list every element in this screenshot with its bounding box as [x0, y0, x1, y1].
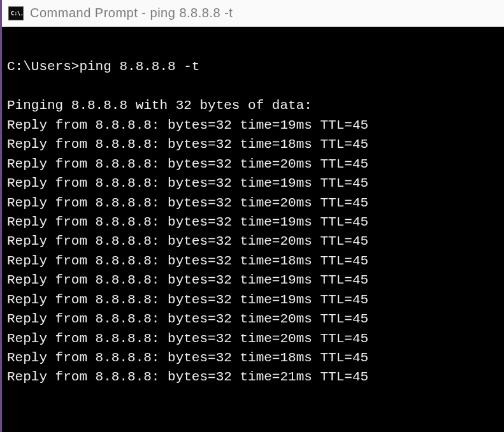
ping-reply-line: Reply from 8.8.8.8: bytes=32 time=20ms T…	[7, 194, 499, 213]
titlebar[interactable]: C:\. Command Prompt - ping 8.8.8.8 -t	[2, 0, 504, 27]
ping-reply-line: Reply from 8.8.8.8: bytes=32 time=20ms T…	[7, 155, 499, 174]
ping-reply-line: Reply from 8.8.8.8: bytes=32 time=20ms T…	[7, 329, 499, 349]
ping-reply-line: Reply from 8.8.8.8: bytes=32 time=20ms T…	[7, 232, 499, 251]
ping-replies: Reply from 8.8.8.8: bytes=32 time=19ms T…	[7, 116, 499, 387]
ping-reply-line: Reply from 8.8.8.8: bytes=32 time=18ms T…	[7, 135, 499, 154]
ping-reply-line: Reply from 8.8.8.8: bytes=32 time=18ms T…	[7, 252, 499, 271]
ping-reply-line: Reply from 8.8.8.8: bytes=32 time=19ms T…	[7, 174, 499, 193]
ping-reply-line: Reply from 8.8.8.8: bytes=32 time=19ms T…	[7, 271, 499, 290]
blank-line	[7, 38, 499, 57]
ping-reply-line: Reply from 8.8.8.8: bytes=32 time=19ms T…	[7, 116, 499, 135]
ping-reply-line: Reply from 8.8.8.8: bytes=32 time=19ms T…	[7, 213, 499, 232]
blank-line	[7, 77, 499, 96]
window-title: Command Prompt - ping 8.8.8.8 -t	[30, 6, 233, 20]
command-prompt-window: C:\. Command Prompt - ping 8.8.8.8 -t C:…	[2, 0, 504, 432]
command-prompt-icon-label: C:\.	[11, 10, 24, 17]
ping-reply-line: Reply from 8.8.8.8: bytes=32 time=18ms T…	[7, 349, 499, 368]
prompt-line: C:\Users>ping 8.8.8.8 -t	[7, 57, 499, 76]
ping-reply-line: Reply from 8.8.8.8: bytes=32 time=20ms T…	[7, 310, 499, 329]
ping-header-line: Pinging 8.8.8.8 with 32 bytes of data:	[7, 96, 499, 115]
ping-reply-line: Reply from 8.8.8.8: bytes=32 time=19ms T…	[7, 291, 499, 310]
ping-reply-line: Reply from 8.8.8.8: bytes=32 time=21ms T…	[7, 368, 499, 387]
terminal-output[interactable]: C:\Users>ping 8.8.8.8 -t Pinging 8.8.8.8…	[2, 27, 504, 432]
command-prompt-icon: C:\.	[8, 6, 24, 20]
